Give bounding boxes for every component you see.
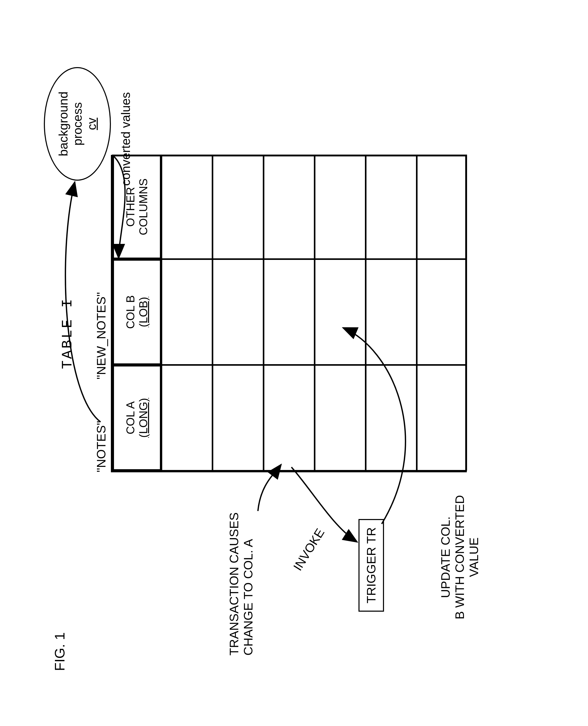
table-grid: COL A (LONG) COL B (LOB) OTHER COLUMNS [111,155,467,472]
table-cell [315,259,366,365]
table-cell [366,365,417,471]
transaction-text: TRANSACTION CAUSES CHANGE TO COL. A [227,512,255,656]
table-cell [264,259,315,365]
col-a-line1: COL A [124,401,137,435]
table-cell [417,259,467,365]
table-cell [417,365,467,471]
table-cell [264,365,315,471]
other-line1: OTHER [124,187,137,227]
col-a-line2: (LONG) [137,398,150,438]
other-line2: COLUMNS [137,178,150,235]
table-cell [417,155,467,259]
trigger-label: TRIGGER TR [364,527,378,603]
txn-line1: TRANSACTION CAUSES [227,512,241,656]
update-text: UPDATE COL. B WITH CONVERTED VALUE [438,495,481,620]
table-cell [366,155,417,259]
table-cell [212,365,264,471]
update-line1: UPDATE COL. [438,495,453,620]
table-cell [212,259,264,365]
invoke-label: INVOKE [290,526,327,573]
col-b-line2: (LOB) [137,297,150,327]
update-line2: B WITH CONVERTED [453,495,467,620]
table-cell [315,155,366,259]
table-cell [212,155,264,259]
txn-line2: CHANGE TO COL. A [241,512,255,656]
new-notes-label: "NEW_NOTES" [94,292,108,379]
background-process-ellipse: background process cv [44,67,111,181]
table-cell [264,155,315,259]
trigger-box: TRIGGER TR [358,519,384,612]
table-cell [162,365,212,471]
table-title: TABLE I [59,298,76,369]
update-line3: VALUE [467,495,481,620]
ellipse-line1: background [56,92,70,156]
table-cell [162,259,212,365]
table-cell [315,365,366,471]
header-col-b: COL B (LOB) [112,259,162,365]
header-col-a: COL A (LONG) [112,365,162,471]
table-cell [366,259,417,365]
ellipse-line2: process [70,102,85,145]
diagram-stage: TABLE I "NOTES" "NEW_NOTES" background p… [51,52,542,671]
ellipse-line3: cv [85,118,99,130]
notes-label: "NOTES" [94,421,108,472]
header-other: OTHER COLUMNS [112,155,162,259]
table-cell [162,155,212,259]
col-b-line1: COL B [124,295,137,329]
